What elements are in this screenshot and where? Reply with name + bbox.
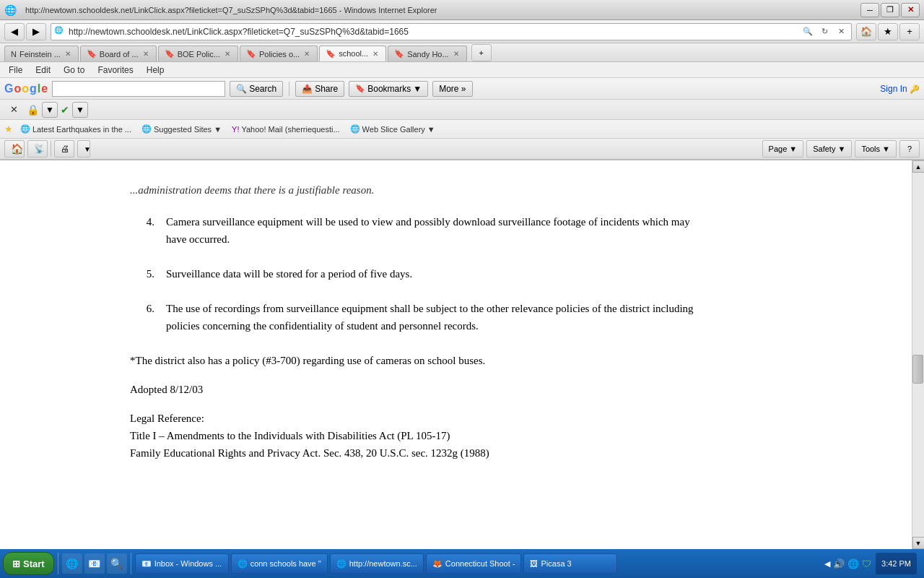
stop-button[interactable]: ✕ bbox=[834, 25, 848, 38]
tab-close-policies[interactable]: ✕ bbox=[302, 50, 311, 58]
share-button[interactable]: 📤 Share bbox=[295, 81, 344, 97]
systray-up-arrow[interactable]: ◀ bbox=[824, 559, 830, 569]
taskbar-newtown-button[interactable]: 🌐 http://newtown.sc... bbox=[330, 553, 424, 574]
safety-button[interactable]: Safety ▼ bbox=[806, 140, 852, 158]
menu-help[interactable]: Help bbox=[141, 64, 170, 77]
menu-goto[interactable]: Go to bbox=[58, 64, 90, 77]
menu-edit[interactable]: Edit bbox=[30, 64, 56, 77]
tab-feinstein[interactable]: N Feinstein ... ✕ bbox=[4, 46, 79, 61]
scroll-track[interactable] bbox=[912, 173, 924, 537]
taskbar-conn-icon: 🌐 bbox=[237, 559, 248, 569]
legal-reference: Legal Reference: Title I – Amendments to… bbox=[130, 410, 707, 462]
share-icon: 📤 bbox=[302, 84, 313, 94]
more-button[interactable]: More » bbox=[432, 81, 472, 97]
add-favorites-button[interactable]: + bbox=[899, 23, 920, 40]
ie-toolbar: 🏠 📡 🖨 ▼ Page ▼ Safety ▼ Tools ▼ ? bbox=[0, 139, 924, 160]
title-bar-text: http://newtown.schooldesk.net/LinkClick.… bbox=[25, 6, 437, 14]
title-bar: 🌐 http://newtown.schooldesk.net/LinkClic… bbox=[0, 0, 924, 20]
bookmarks-button[interactable]: 🔖 Bookmarks ▼ bbox=[349, 81, 428, 97]
address-input[interactable] bbox=[69, 27, 801, 37]
home-page-button[interactable]: 🏠 bbox=[4, 140, 25, 158]
print-dropdown[interactable]: ▼ bbox=[77, 140, 90, 158]
tools-button[interactable]: Tools ▼ bbox=[855, 140, 897, 158]
tab-policies[interactable]: 🔖 Policies o... ✕ bbox=[240, 46, 318, 61]
item-5-number: 5. bbox=[130, 265, 166, 282]
search-icon: 🔍 bbox=[236, 84, 247, 94]
new-tab-button[interactable]: + bbox=[471, 44, 492, 61]
quick-launch-email[interactable]: 📧 bbox=[84, 553, 105, 574]
taskbar-separator bbox=[58, 553, 58, 574]
google-toolbar: G o o g l e 🔍 Search 📤 Share 🔖 Bookmarks… bbox=[0, 78, 924, 100]
item-6-number: 6. bbox=[130, 300, 166, 335]
sign-in-button[interactable]: Sign In 🔑 bbox=[880, 84, 920, 94]
page-button[interactable]: Page ▼ bbox=[762, 140, 804, 158]
quick-launch-browser[interactable]: 🌐 bbox=[62, 553, 82, 574]
avg-shield-icon: ✔ bbox=[61, 104, 69, 116]
taskbar-conn-schools-button[interactable]: 🌐 conn schools have " bbox=[231, 553, 328, 574]
tab-board-of[interactable]: 🔖 Board of ... ✕ bbox=[80, 46, 157, 61]
legal-ref-line-1: Title I – Amendments to the Individuals … bbox=[130, 427, 707, 444]
taskbar-connecticut-button[interactable]: 🦊 Connecticut Shoot - bbox=[426, 553, 522, 574]
avg-dropdown[interactable]: ▼ bbox=[42, 102, 58, 118]
scroll-thumb[interactable] bbox=[912, 355, 923, 384]
tab-sandy-ho[interactable]: 🔖 Sandy Ho... ✕ bbox=[388, 46, 466, 61]
tab-school-active[interactable]: 🔖 school... ✕ bbox=[319, 46, 386, 61]
back-button[interactable]: ◀ bbox=[4, 23, 25, 40]
quick-launch-search[interactable]: 🔍 bbox=[107, 553, 127, 574]
security-bar: ✕ 🔒 ▼ ✔ ▼ bbox=[0, 100, 924, 120]
scroll-up-button[interactable]: ▲ bbox=[912, 160, 925, 173]
tab-close-school[interactable]: ✕ bbox=[371, 50, 380, 58]
scrollbar[interactable]: ▲ ▼ bbox=[912, 160, 924, 549]
google-search-input[interactable] bbox=[52, 81, 225, 97]
system-clock: 3:42 PM bbox=[881, 559, 911, 568]
scroll-down-button[interactable]: ▼ bbox=[912, 537, 925, 549]
sign-in-icon: 🔑 bbox=[910, 85, 920, 93]
forward-button[interactable]: ▶ bbox=[26, 23, 46, 40]
avg-shield-dropdown[interactable]: ▼ bbox=[72, 102, 88, 118]
list-item-6: 6. The use of recordings from surveillan… bbox=[130, 300, 707, 335]
tab-close-sandy[interactable]: ✕ bbox=[452, 50, 461, 58]
legal-ref-title: Legal Reference: bbox=[130, 410, 707, 427]
taskbar-inbox-button[interactable]: 📧 Inbox - Windows ... bbox=[135, 553, 229, 574]
rss-button[interactable]: 📡 bbox=[27, 140, 48, 158]
help-button[interactable]: ? bbox=[899, 140, 920, 158]
menu-bar: File Edit Go to Favorites Help bbox=[0, 62, 924, 78]
fav-yahoo-mail[interactable]: Y! Yahoo! Mail (sherriequesti... bbox=[229, 124, 343, 135]
address-icon: 🌐 bbox=[54, 26, 66, 38]
item-6-text: The use of recordings from surveillance … bbox=[166, 300, 707, 335]
tab-icon: 🔖 bbox=[246, 49, 256, 59]
tab-close-board[interactable]: ✕ bbox=[141, 50, 150, 58]
tab-boe-polic[interactable]: 🔖 BOE Polic... ✕ bbox=[158, 46, 238, 61]
minimize-button[interactable]: ─ bbox=[860, 3, 879, 17]
fav-earthquakes[interactable]: 🌐 Latest Earthquakes in the ... bbox=[17, 123, 134, 135]
restore-button[interactable]: ❐ bbox=[881, 3, 899, 17]
content-area: ...administration deems that there is a … bbox=[0, 160, 924, 549]
list-item-4: 4. Camera surveillance equipment will be… bbox=[130, 213, 707, 248]
close-button[interactable]: ✕ bbox=[901, 3, 920, 17]
refresh-button[interactable]: ↻ bbox=[817, 25, 832, 38]
tab-close-feinstein[interactable]: ✕ bbox=[64, 50, 72, 58]
menu-file[interactable]: File bbox=[3, 64, 28, 77]
home-button[interactable]: 🏠 bbox=[856, 23, 876, 40]
taskbar-right: ◀ 🔊 🌐 🛡 3:42 PM bbox=[824, 553, 921, 574]
policy-note: *The district also has a policy (#3-700)… bbox=[130, 352, 707, 369]
systray-volume-icon: 🔊 bbox=[833, 558, 845, 569]
start-button[interactable]: ⊞ Start bbox=[3, 552, 54, 575]
fav-suggested-sites[interactable]: 🌐 Suggested Sites ▼ bbox=[139, 123, 225, 135]
address-bar: 🌐 🔍 ↻ ✕ bbox=[51, 23, 852, 40]
google-search-button[interactable]: 🔍 Search bbox=[230, 81, 283, 97]
taskbar-picasa-button[interactable]: 🖼 Picasa 3 bbox=[523, 553, 617, 574]
menu-favorites[interactable]: Favorites bbox=[92, 64, 139, 77]
tab-bar: N Feinstein ... ✕ 🔖 Board of ... ✕ 🔖 BOE… bbox=[0, 43, 924, 62]
print-button[interactable]: 🖨 bbox=[54, 140, 74, 158]
toolbar-sep-2 bbox=[51, 141, 51, 157]
tab-close-boe[interactable]: ✕ bbox=[223, 50, 232, 58]
search-magnifier-icon[interactable]: 🔍 bbox=[801, 25, 815, 38]
taskbar-connecticut-icon: 🦊 bbox=[432, 559, 443, 569]
google-logo: G o o g l e bbox=[4, 82, 48, 95]
favorites-star-button[interactable]: ★ bbox=[878, 23, 898, 40]
fav-web-slice[interactable]: 🌐 Web Slice Gallery ▼ bbox=[347, 123, 438, 135]
security-close-x[interactable]: ✕ bbox=[4, 103, 24, 116]
page-content: ...administration deems that there is a … bbox=[0, 160, 912, 549]
taskbar-newtown-icon: 🌐 bbox=[336, 559, 346, 569]
